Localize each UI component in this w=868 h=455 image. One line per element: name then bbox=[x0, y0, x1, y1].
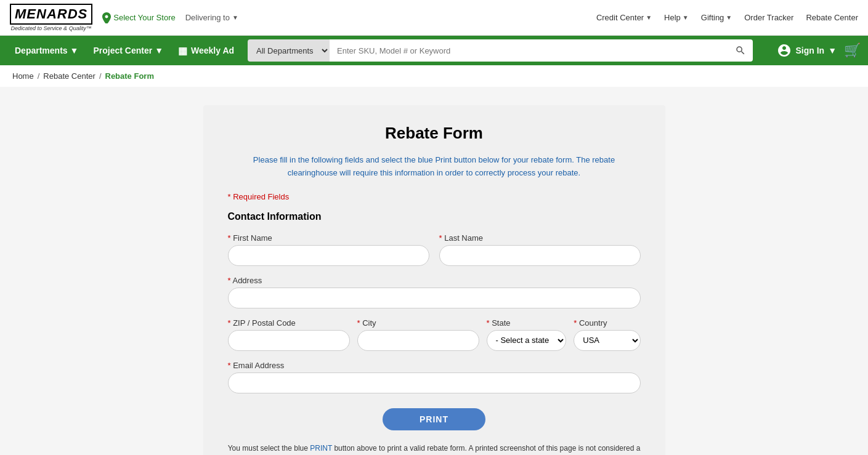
departments-chevron: ▼ bbox=[70, 46, 79, 55]
zip-input[interactable] bbox=[228, 330, 350, 351]
top-bar-left: MENARDS Dedicated to Service & Quality™ … bbox=[10, 4, 238, 31]
email-input[interactable] bbox=[228, 372, 641, 393]
email-label: * Email Address bbox=[228, 361, 641, 370]
email-row: * Email Address bbox=[228, 361, 641, 393]
project-center-nav[interactable]: Project Center ▼ bbox=[86, 36, 171, 65]
delivering-label: Delivering to bbox=[185, 13, 230, 22]
weekly-ad-nav[interactable]: ▦ Weekly Ad bbox=[171, 36, 241, 65]
location-row: * ZIP / Postal Code * City * State - bbox=[228, 318, 641, 351]
weekly-ad-icon: ▦ bbox=[178, 45, 187, 57]
country-select[interactable]: USA bbox=[574, 330, 640, 351]
address-input[interactable] bbox=[228, 288, 641, 308]
form-title: Rebate Form bbox=[228, 124, 641, 143]
location-icon bbox=[102, 12, 111, 23]
form-footer-note: You must select the blue PRINT button ab… bbox=[228, 443, 641, 455]
credit-center-link[interactable]: Credit Center ▼ bbox=[596, 13, 652, 22]
rebate-form-container: Rebate Form Please fill in the following… bbox=[203, 105, 665, 455]
last-name-group: * Last Name bbox=[439, 233, 641, 266]
sign-in-button[interactable]: Sign In ▼ bbox=[772, 43, 842, 58]
address-row: * Address bbox=[228, 276, 641, 308]
city-group: * City bbox=[357, 318, 479, 351]
city-input[interactable] bbox=[357, 330, 479, 351]
address-label: * Address bbox=[228, 276, 641, 285]
first-name-group: * First Name bbox=[228, 233, 429, 266]
store-selector-label[interactable]: Select Your Store bbox=[113, 13, 175, 22]
state-label: * State bbox=[487, 318, 567, 328]
city-label: * City bbox=[357, 318, 479, 328]
breadcrumb-home[interactable]: Home bbox=[12, 71, 34, 81]
search-button[interactable] bbox=[728, 39, 753, 62]
breadcrumb-current: Rebate Form bbox=[105, 71, 154, 81]
logo-tagline: Dedicated to Service & Quality™ bbox=[11, 25, 92, 31]
search-icon bbox=[735, 45, 746, 56]
search-container: All Departments bbox=[248, 39, 753, 62]
help-chevron: ▼ bbox=[683, 14, 689, 21]
departments-nav[interactable]: Departments ▼ bbox=[7, 36, 86, 65]
delivering-chevron: ▼ bbox=[232, 14, 238, 21]
credit-center-chevron: ▼ bbox=[646, 14, 652, 21]
state-select[interactable]: - Select a state - bbox=[487, 330, 567, 351]
breadcrumb-sep-2: / bbox=[99, 71, 102, 81]
zip-label: * ZIP / Postal Code bbox=[228, 318, 350, 328]
store-selector[interactable]: Select Your Store bbox=[102, 12, 175, 23]
form-description: Please fill in the following fields and … bbox=[228, 154, 641, 180]
required-note: * Required Fields bbox=[228, 192, 641, 201]
first-name-label: * First Name bbox=[228, 233, 429, 243]
name-row: * First Name * Last Name bbox=[228, 233, 641, 266]
state-group: * State - Select a state - bbox=[487, 318, 567, 351]
print-button[interactable]: PRINT bbox=[383, 408, 485, 430]
help-link[interactable]: Help ▼ bbox=[664, 13, 689, 22]
section-title: Contact Information bbox=[228, 211, 641, 222]
logo: MENARDS Dedicated to Service & Quality™ bbox=[10, 4, 92, 31]
rebate-center-link[interactable]: Rebate Center bbox=[806, 13, 858, 22]
first-name-input[interactable] bbox=[228, 245, 429, 266]
breadcrumb-rebate-center[interactable]: Rebate Center bbox=[43, 71, 95, 81]
order-tracker-link[interactable]: Order Tracker bbox=[744, 13, 793, 22]
search-input[interactable] bbox=[330, 39, 728, 62]
cart-icon[interactable]: 🛒 bbox=[844, 42, 861, 58]
search-department-select[interactable]: All Departments bbox=[248, 39, 330, 62]
main-content: Rebate Form Please fill in the following… bbox=[0, 87, 868, 455]
signin-chevron: ▼ bbox=[828, 46, 837, 55]
logo-text: MENARDS bbox=[10, 4, 92, 25]
project-center-chevron: ▼ bbox=[155, 46, 163, 55]
breadcrumb: Home / Rebate Center / Rebate Form bbox=[0, 65, 868, 87]
last-name-input[interactable] bbox=[439, 245, 641, 266]
account-icon bbox=[777, 43, 792, 58]
gifting-link[interactable]: Gifting ▼ bbox=[701, 13, 732, 22]
gifting-chevron: ▼ bbox=[726, 14, 732, 21]
top-bar-right: Credit Center ▼ Help ▼ Gifting ▼ Order T… bbox=[596, 13, 858, 22]
zip-group: * ZIP / Postal Code bbox=[228, 318, 350, 351]
nav-bar: Departments ▼ Project Center ▼ ▦ Weekly … bbox=[0, 36, 868, 65]
top-bar: MENARDS Dedicated to Service & Quality™ … bbox=[0, 0, 868, 36]
country-group: * Country USA bbox=[574, 318, 640, 351]
address-group: * Address bbox=[228, 276, 641, 308]
delivering: Delivering to ▼ bbox=[185, 13, 238, 22]
country-label: * Country bbox=[574, 318, 640, 328]
nav-right: Sign In ▼ 🛒 bbox=[772, 42, 861, 58]
last-name-label: * Last Name bbox=[439, 233, 641, 243]
email-group: * Email Address bbox=[228, 361, 641, 393]
breadcrumb-sep-1: / bbox=[38, 71, 40, 81]
